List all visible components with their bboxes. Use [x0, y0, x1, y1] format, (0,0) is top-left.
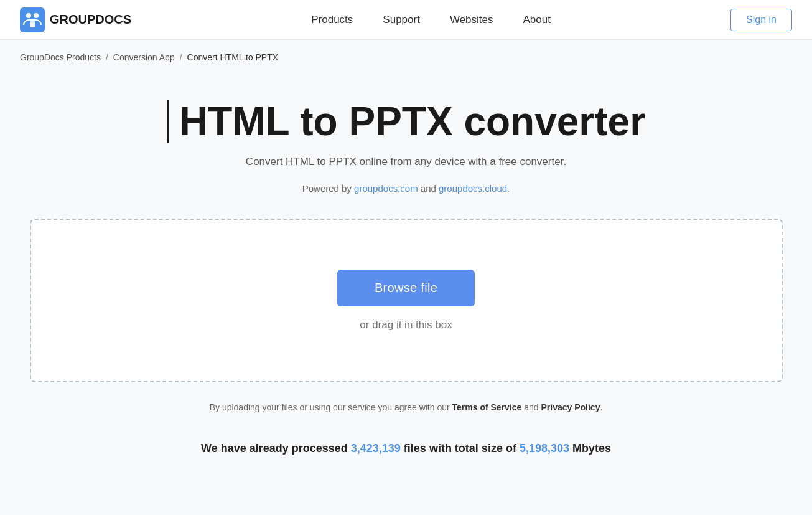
- logo-area: GROUPDOCS: [20, 7, 131, 32]
- breadcrumb: GroupDocs Products / Conversion App / Co…: [0, 40, 812, 75]
- groupdocs-cloud-link[interactable]: groupdocs.cloud: [439, 183, 507, 194]
- stats-suffix: Mbytes: [569, 442, 611, 455]
- main-nav: Products Support Websites About: [311, 14, 551, 26]
- nav-products[interactable]: Products: [311, 14, 353, 26]
- site-header: GROUPDOCS Products Support Websites Abou…: [0, 0, 812, 40]
- nav-about[interactable]: About: [523, 14, 551, 26]
- stats-files-count: 3,423,139: [351, 442, 401, 455]
- powered-by-prefix: Powered by: [302, 183, 354, 194]
- breadcrumb-home[interactable]: GroupDocs Products: [20, 52, 101, 62]
- svg-point-1: [26, 13, 31, 18]
- stats-middle: files with total size of: [401, 442, 520, 455]
- powered-by-end: .: [507, 183, 510, 194]
- breadcrumb-current: Convert HTML to PPTX: [187, 52, 279, 62]
- terms-suffix: .: [600, 402, 602, 412]
- breadcrumb-sep-2: /: [180, 52, 182, 62]
- drag-text: or drag it in this box: [360, 319, 452, 331]
- privacy-policy-link[interactable]: Privacy Policy: [541, 402, 600, 412]
- browse-file-button[interactable]: Browse file: [337, 270, 475, 306]
- terms-and: and: [521, 402, 541, 412]
- svg-point-2: [34, 13, 39, 18]
- stats-size-count: 5,198,303: [520, 442, 569, 455]
- stats-prefix: We have already processed: [201, 442, 351, 455]
- terms-notice: By uploading your files or using our ser…: [210, 402, 603, 412]
- logo-text: GROUPDOCS: [50, 12, 131, 27]
- terms-prefix: By uploading your files or using our ser…: [210, 402, 452, 412]
- powered-by: Powered by groupdocs.com and groupdocs.c…: [302, 183, 510, 194]
- stats-text: We have already processed 3,423,139 file…: [201, 442, 611, 455]
- signin-button[interactable]: Sign in: [730, 9, 792, 31]
- groupdocs-logo-icon: [20, 7, 45, 32]
- page-title: HTML to PPTX converter: [167, 100, 645, 143]
- breadcrumb-conversion-app[interactable]: Conversion App: [113, 52, 175, 62]
- main-content: HTML to PPTX converter Convert HTML to P…: [0, 75, 812, 493]
- page-subtitle: Convert HTML to PPTX online from any dev…: [246, 156, 566, 168]
- file-drop-zone[interactable]: Browse file or drag it in this box: [30, 219, 783, 382]
- terms-of-service-link[interactable]: Terms of Service: [452, 402, 522, 412]
- breadcrumb-sep-1: /: [106, 52, 108, 62]
- nav-websites[interactable]: Websites: [450, 14, 493, 26]
- groupdocs-com-link[interactable]: groupdocs.com: [354, 183, 418, 194]
- svg-rect-3: [30, 21, 35, 27]
- powered-by-and: and: [418, 183, 439, 194]
- nav-support[interactable]: Support: [383, 14, 420, 26]
